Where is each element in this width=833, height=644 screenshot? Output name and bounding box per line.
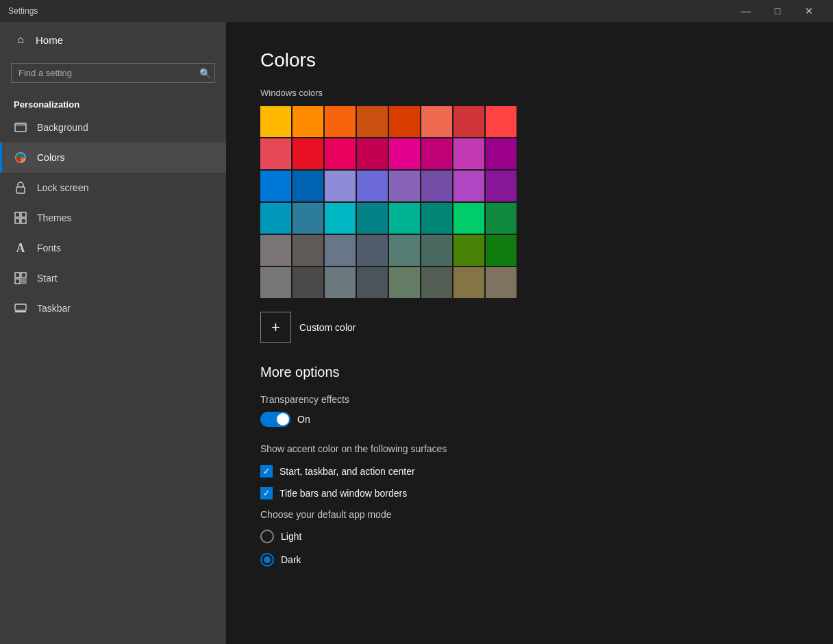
color-swatch-18[interactable] — [325, 171, 356, 201]
sidebar-item-colors[interactable]: Colors — [0, 143, 226, 173]
color-swatch-42[interactable] — [325, 267, 356, 298]
color-swatch-5[interactable] — [421, 106, 452, 137]
window-controls: — □ ✕ — [730, 0, 825, 22]
content-area: Colors Windows colors + Custom color Mor… — [226, 22, 833, 644]
lock-screen-icon — [14, 181, 27, 195]
minimize-button[interactable]: — — [730, 0, 762, 22]
color-swatch-28[interactable] — [389, 203, 420, 234]
sidebar-item-lock-screen[interactable]: Lock screen — [0, 173, 226, 203]
color-swatch-6[interactable] — [453, 106, 484, 137]
transparency-on-text: On — [297, 414, 310, 425]
color-swatch-7[interactable] — [486, 106, 517, 137]
checkbox-title-bars[interactable]: ✓ — [260, 487, 273, 499]
sidebar-item-home[interactable]: ⌂ Home — [0, 22, 226, 58]
radio-light-row[interactable]: Light — [260, 530, 799, 543]
color-swatch-19[interactable] — [357, 171, 388, 201]
search-icon-button[interactable]: 🔍 — [199, 68, 211, 79]
color-swatch-22[interactable] — [453, 171, 484, 201]
svg-rect-7 — [21, 219, 26, 223]
sidebar-home-label: Home — [36, 34, 63, 46]
sidebar-item-taskbar[interactable]: Taskbar — [0, 293, 226, 323]
color-grid — [260, 106, 799, 298]
color-swatch-17[interactable] — [293, 171, 323, 201]
color-swatch-43[interactable] — [357, 267, 388, 298]
close-button[interactable]: ✕ — [793, 0, 825, 22]
custom-color-button[interactable]: + Custom color — [260, 312, 799, 343]
color-swatch-24[interactable] — [260, 203, 291, 234]
color-swatch-32[interactable] — [260, 235, 291, 266]
sidebar-item-background[interactable]: Background — [0, 112, 226, 143]
search-input[interactable] — [11, 63, 215, 83]
fonts-icon: A — [14, 241, 27, 255]
color-swatch-16[interactable] — [260, 171, 291, 201]
sidebar-item-label-start: Start — [37, 273, 58, 284]
color-swatch-10[interactable] — [325, 138, 356, 169]
checkbox-title-bars-label: Title bars and window borders — [279, 488, 407, 499]
color-swatch-41[interactable] — [293, 267, 323, 298]
checkbox-start-taskbar[interactable]: ✓ — [260, 465, 273, 478]
checkbox-start-taskbar-row: ✓ Start, taskbar, and action center — [260, 465, 799, 478]
app-title: Settings — [8, 6, 730, 16]
color-swatch-0[interactable] — [260, 106, 291, 137]
color-swatch-15[interactable] — [486, 138, 517, 169]
color-swatch-2[interactable] — [325, 106, 356, 137]
sidebar-item-label-fonts: Fonts — [37, 243, 61, 253]
radio-dark-label: Dark — [281, 554, 301, 565]
color-swatch-8[interactable] — [260, 138, 291, 169]
color-swatch-30[interactable] — [453, 203, 484, 234]
color-swatch-3[interactable] — [357, 106, 388, 137]
page-title: Colors — [260, 49, 799, 71]
color-swatch-36[interactable] — [389, 235, 420, 266]
color-swatch-35[interactable] — [357, 235, 388, 266]
color-swatch-14[interactable] — [453, 138, 484, 169]
color-swatch-25[interactable] — [293, 203, 323, 234]
sidebar-item-fonts[interactable]: A Fonts — [0, 233, 226, 263]
color-swatch-21[interactable] — [421, 171, 452, 201]
color-swatch-20[interactable] — [389, 171, 420, 201]
color-swatch-4[interactable] — [389, 106, 420, 137]
checkmark-icon: ✓ — [263, 467, 270, 476]
color-swatch-31[interactable] — [486, 203, 517, 234]
color-swatch-29[interactable] — [421, 203, 452, 234]
radio-dark[interactable] — [260, 553, 274, 567]
custom-color-box-icon: + — [260, 312, 291, 343]
accent-surface-label: Show accent color on the following surfa… — [260, 443, 799, 454]
color-swatch-46[interactable] — [453, 267, 484, 298]
color-swatch-40[interactable] — [260, 267, 291, 298]
color-swatch-44[interactable] — [389, 267, 420, 298]
color-swatch-34[interactable] — [325, 235, 356, 266]
sidebar-item-label-lock-screen: Lock screen — [37, 182, 88, 193]
sidebar: ⌂ Home 🔍 Personalization Background — [0, 22, 226, 644]
color-swatch-9[interactable] — [293, 138, 323, 169]
color-swatch-27[interactable] — [357, 203, 388, 234]
color-swatch-39[interactable] — [486, 235, 517, 266]
color-swatch-37[interactable] — [421, 235, 452, 266]
radio-light[interactable] — [260, 530, 274, 543]
color-swatch-38[interactable] — [453, 235, 484, 266]
color-swatch-12[interactable] — [389, 138, 420, 169]
custom-color-label: Custom color — [299, 322, 356, 333]
title-bar: Settings — □ ✕ — [0, 0, 833, 22]
color-swatch-23[interactable] — [486, 171, 517, 201]
radio-dark-row[interactable]: Dark — [260, 553, 799, 567]
sidebar-item-themes[interactable]: Themes — [0, 203, 226, 233]
taskbar-icon — [14, 301, 27, 315]
sidebar-item-start[interactable]: Start — [0, 263, 226, 293]
svg-rect-1 — [15, 123, 26, 126]
sidebar-item-label-colors: Colors — [37, 152, 64, 163]
restore-button[interactable]: □ — [762, 0, 793, 22]
svg-rect-6 — [15, 219, 20, 223]
transparency-toggle[interactable] — [260, 412, 290, 427]
color-swatch-1[interactable] — [293, 106, 323, 137]
app-mode-label: Choose your default app mode — [260, 509, 799, 520]
color-swatch-11[interactable] — [357, 138, 388, 169]
color-swatch-26[interactable] — [325, 203, 356, 234]
svg-rect-8 — [15, 273, 20, 277]
themes-icon — [14, 211, 27, 225]
color-swatch-47[interactable] — [486, 267, 517, 298]
sidebar-item-label-background: Background — [37, 122, 88, 133]
color-swatch-45[interactable] — [421, 267, 452, 298]
color-swatch-33[interactable] — [293, 235, 323, 266]
transparency-label: Transparency effects — [260, 394, 799, 405]
color-swatch-13[interactable] — [421, 138, 452, 169]
